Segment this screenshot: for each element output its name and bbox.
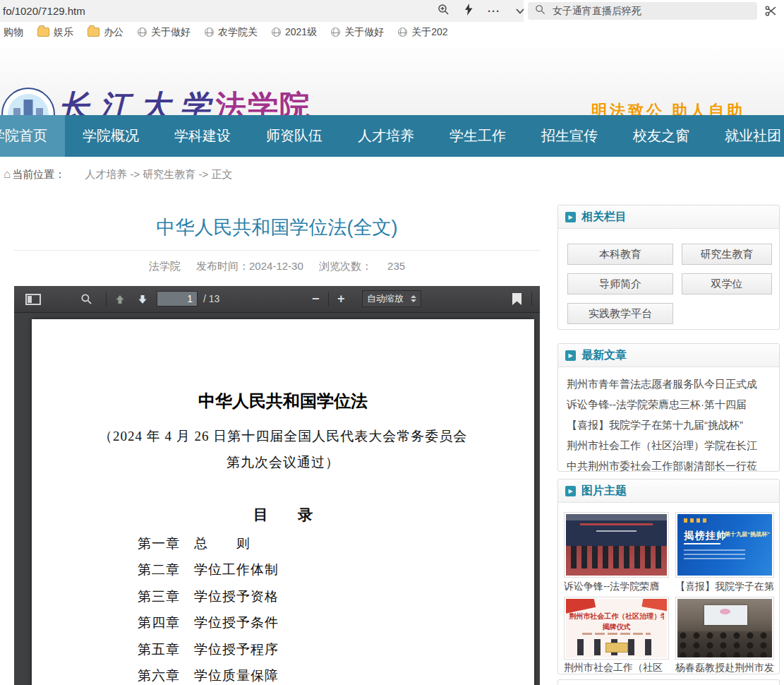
- nav-item-students[interactable]: 学生工作: [432, 115, 524, 157]
- bookmark-label: 娱乐: [54, 26, 73, 39]
- page-title: 中华人民共和国学位法(全文): [14, 215, 540, 240]
- globe-icon: [398, 28, 407, 37]
- article-views-count: 235: [387, 260, 405, 272]
- gallery-thumbnail-lecture-hall[interactable]: [675, 597, 774, 660]
- related-btn-mentors[interactable]: 导师简介: [567, 273, 673, 294]
- bookmark-label: 办公: [104, 26, 123, 39]
- zoom-in-pdf-icon[interactable]: +: [337, 286, 345, 312]
- gallery-thumbnail-stage-photo[interactable]: [564, 512, 669, 578]
- zoom-in-icon[interactable]: [438, 4, 450, 18]
- banner-title: 荆州市社会工作（社区治理）学院: [569, 612, 663, 621]
- breadcrumb-path[interactable]: 人才培养 -> 研究生教育 -> 正文: [85, 168, 232, 181]
- latest-articles-list: 荆州市青年普法志愿者服务队今日正式成 诉讼争锋--法学院荣膺忠三杯·第十四届 【…: [558, 367, 779, 476]
- gallery-thumbnail-blue-banner[interactable]: 揭榜挂帅 第十九届“挑战杯”: [675, 512, 774, 578]
- bookmark-item[interactable]: 关于做好: [331, 26, 384, 39]
- bookmark-label: 关于202: [411, 26, 447, 39]
- latest-articles-header: ▶ 最新文章: [558, 344, 779, 367]
- folder-icon: [37, 28, 49, 37]
- chevron-down-icon[interactable]: [515, 5, 525, 18]
- home-icon: ⌂: [4, 167, 11, 181]
- nav-item-admissions[interactable]: 招生宣传: [524, 115, 615, 157]
- globe-icon: [272, 28, 281, 37]
- toc-line: 第一章 总 则: [138, 530, 279, 556]
- latest-articles-box: ▶ 最新文章 荆州市青年普法志愿者服务队今日正式成 诉讼争锋--法学院荣膺忠三杯…: [557, 343, 780, 472]
- page-up-icon[interactable]: [114, 286, 126, 312]
- nav-item-overview[interactable]: 学院概况: [65, 115, 157, 157]
- bookmark-item[interactable]: 娱乐: [37, 26, 73, 39]
- scissors-icon[interactable]: [765, 5, 777, 20]
- doc-subtitle-line1: （2024 年 4 月 26 日第十四届全国人民代表大会常务委员会: [32, 427, 534, 446]
- gallery-caption[interactable]: 杨春磊教授赴荆州市发: [675, 662, 776, 674]
- bookmark-label: 2021级: [285, 26, 317, 39]
- toc-line: 第二章 学位工作体制: [138, 556, 279, 583]
- page-number-input[interactable]: [157, 291, 198, 306]
- nav-item-faculty[interactable]: 师资队伍: [248, 115, 340, 157]
- latest-articles-title: 最新文章: [581, 348, 627, 363]
- toolbar-separator: [106, 292, 107, 306]
- bookmark-item[interactable]: 2021级: [272, 26, 317, 39]
- bookmark-item[interactable]: 办公: [88, 26, 123, 39]
- article-link[interactable]: 诉讼争锋--法学院荣膺忠三杯·第十四届: [567, 394, 771, 415]
- url-bar[interactable]: fo/1020/7129.htm ···: [0, 0, 524, 22]
- doc-toc-title: 目 录: [32, 505, 534, 525]
- gallery-caption[interactable]: 荆州市社会工作（社区: [564, 662, 670, 674]
- article-link[interactable]: 【喜报】我院学子在第十九届“挑战杯”: [567, 415, 771, 435]
- related-columns-box: ▶ 相关栏目 本科教育 研究生教育 导师简介 双学位 实践教学平台: [557, 205, 780, 330]
- pdf-viewer: / 13 − + 自动缩放 中华人民共和国学位法 （2024 年 4 月 26 …: [14, 286, 540, 685]
- breadcrumb: ⌂ 当前位置： 人才培养 -> 研究生教育 -> 正文: [0, 157, 784, 192]
- next-sidebar-box-partial: [557, 679, 780, 685]
- nav-item-talent[interactable]: 人才培养: [340, 115, 432, 157]
- play-icon: ▶: [565, 486, 576, 496]
- zoom-mode-value: 自动缩放: [367, 292, 404, 305]
- related-btn-practice[interactable]: 实践教学平台: [567, 303, 673, 324]
- site-header: 长江大学法学院 YANGTZE UNIVERSITY SCHOOL OF LAW…: [0, 42, 784, 115]
- sidebar-toggle-icon[interactable]: [25, 286, 41, 312]
- bookmark-label: 农学院关: [218, 26, 258, 39]
- related-btn-undergrad[interactable]: 本科教育: [567, 244, 673, 265]
- bookmark-item[interactable]: 关于做好: [138, 26, 191, 39]
- zoom-out-icon[interactable]: −: [312, 286, 320, 312]
- bookmark-item[interactable]: 购物: [4, 26, 23, 39]
- nav-item-discipline[interactable]: 学科建设: [157, 115, 248, 157]
- related-btn-graduate[interactable]: 研究生教育: [682, 244, 772, 265]
- bookmark-item[interactable]: 农学院关: [205, 26, 258, 39]
- globe-icon: [331, 28, 340, 37]
- nav-item-alumni[interactable]: 校友之窗: [615, 115, 707, 157]
- related-btn-double-degree[interactable]: 双学位: [682, 273, 772, 294]
- main-nav: 学院首页 学院概况 学科建设 师资队伍 人才培养 学生工作 招生宣传 校友之窗 …: [0, 115, 784, 157]
- doc-subtitle-line2: 第九次会议通过）: [32, 453, 534, 472]
- nav-item-employment[interactable]: 就业社团: [707, 115, 784, 157]
- lecture-hall-image: [677, 599, 772, 657]
- toc-line: 第六章 学位质量保障: [138, 662, 279, 685]
- page-down-icon[interactable]: [137, 286, 148, 312]
- article-link[interactable]: 中共荆州市委社会工作部谢清部长一行莅: [567, 455, 771, 476]
- pdf-search-icon[interactable]: [80, 286, 92, 312]
- play-icon: ▶: [565, 212, 576, 222]
- browser-search[interactable]: [528, 2, 757, 20]
- article-link[interactable]: 荆州市社会工作（社区治理）学院在长江: [567, 435, 771, 455]
- divider: [14, 250, 540, 251]
- bookmark-icon[interactable]: [512, 286, 521, 312]
- bookmark-item[interactable]: 关于202: [398, 26, 447, 39]
- play-icon: ▶: [565, 350, 576, 361]
- bookmarks-bar: 购物 娱乐 办公 关于做好 农学院关 2021级 关于做好 关于202: [0, 22, 784, 42]
- pdf-toolbar: / 13 − + 自动缩放: [14, 286, 540, 313]
- gallery-caption[interactable]: 诉讼争锋--法学院荣膺: [564, 580, 670, 593]
- toc-line: 第五章 学位授予程序: [138, 636, 279, 662]
- doc-title: 中华人民共和国学位法: [32, 390, 534, 412]
- search-input[interactable]: [551, 5, 750, 18]
- pdf-page: 中华人民共和国学位法 （2024 年 4 月 26 日第十四届全国人民代表大会常…: [32, 319, 534, 685]
- folder-icon: [88, 28, 99, 37]
- article-views-label: 浏览次数：: [319, 260, 372, 272]
- image-topics-box: ▶ 图片主题 揭榜挂帅 第十九届“挑战杯” 诉讼争锋--法学院荣膺 【喜报】我院…: [557, 479, 780, 674]
- more-icon[interactable]: ···: [488, 5, 500, 17]
- banner-subtitle: 第十九届“挑战杯”: [725, 530, 770, 538]
- lightning-icon[interactable]: [464, 4, 473, 18]
- gallery-caption[interactable]: 【喜报】我院学子在第: [675, 580, 776, 593]
- gallery-thumbnail-red-banner[interactable]: 荆州市社会工作（社区治理）学院 揭牌仪式: [564, 597, 669, 660]
- bookmark-label: 购物: [4, 26, 23, 39]
- article-link[interactable]: 荆州市青年普法志愿者服务队今日正式成: [567, 374, 771, 394]
- zoom-mode-select[interactable]: 自动缩放: [362, 290, 421, 307]
- banner-subtitle: 揭牌仪式: [566, 622, 667, 632]
- nav-item-home[interactable]: 学院首页: [0, 115, 65, 157]
